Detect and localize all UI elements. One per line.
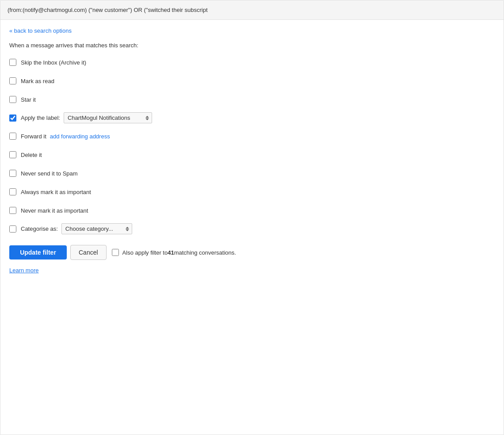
- never-spam-text: Never send it to Spam: [21, 170, 78, 177]
- categorise-label[interactable]: Categorise as:: [9, 225, 58, 233]
- never-important-label[interactable]: Never mark it as important: [9, 207, 88, 214]
- always-important-text: Always mark it as important: [21, 189, 91, 195]
- skip-inbox-text: Skip the Inbox (Archive it): [21, 59, 86, 66]
- apply-label-checkbox[interactable]: [9, 114, 16, 122]
- always-important-checkbox[interactable]: [9, 188, 16, 195]
- categorise-checkbox[interactable]: [9, 225, 16, 233]
- apply-label-label[interactable]: Apply the label:: [9, 114, 60, 122]
- learn-more-link[interactable]: Learn more: [9, 267, 38, 274]
- also-apply-count: 41: [168, 249, 174, 256]
- star-it-row: Star it: [9, 94, 495, 105]
- category-select-dropdown[interactable]: Choose category... Primary Social Promot…: [61, 223, 132, 234]
- search-query-header: (from:(notify@chartmogul.com) ("new cust…: [0, 0, 504, 20]
- also-apply-label[interactable]: Also apply filter to 41 matching convers…: [112, 249, 236, 256]
- forward-it-text: Forward it: [21, 133, 46, 140]
- add-forwarding-address-link[interactable]: add forwarding address: [50, 133, 110, 140]
- instruction-text: When a message arrives that matches this…: [9, 42, 495, 49]
- mark-read-row: Mark as read: [9, 75, 495, 87]
- skip-inbox-row: Skip the Inbox (Archive it): [9, 57, 495, 68]
- action-row: Update filter Cancel Also apply filter t…: [9, 245, 495, 260]
- update-filter-button[interactable]: Update filter: [9, 245, 67, 259]
- filter-settings-panel: (from:(notify@chartmogul.com) ("new cust…: [0, 0, 504, 435]
- categorise-text: Categorise as:: [21, 225, 58, 232]
- skip-inbox-checkbox[interactable]: [9, 59, 16, 66]
- cancel-button[interactable]: Cancel: [70, 245, 107, 260]
- never-spam-checkbox[interactable]: [9, 170, 16, 177]
- always-important-row: Always mark it as important: [9, 186, 495, 198]
- also-apply-checkbox[interactable]: [112, 249, 119, 256]
- categorise-row: Categorise as: Choose category... Primar…: [9, 223, 495, 234]
- delete-it-row: Delete it: [9, 149, 495, 160]
- delete-it-label[interactable]: Delete it: [9, 151, 42, 158]
- star-it-text: Star it: [21, 96, 36, 103]
- mark-read-checkbox[interactable]: [9, 77, 16, 84]
- forward-it-row: Forward it add forwarding address: [9, 130, 495, 142]
- never-spam-row: Never send it to Spam: [9, 168, 495, 179]
- also-apply-text-after: matching conversations.: [174, 249, 236, 256]
- star-it-checkbox[interactable]: [9, 96, 16, 103]
- search-query-text: (from:(notify@chartmogul.com) ("new cust…: [8, 7, 208, 13]
- mark-read-label[interactable]: Mark as read: [9, 77, 54, 84]
- mark-read-text: Mark as read: [21, 78, 54, 84]
- delete-it-text: Delete it: [21, 152, 42, 158]
- forward-it-checkbox[interactable]: [9, 133, 16, 140]
- filter-content: « back to search options When a message …: [0, 20, 504, 284]
- never-important-checkbox[interactable]: [9, 207, 16, 214]
- apply-label-text: Apply the label:: [21, 114, 60, 121]
- never-important-text: Never mark it as important: [21, 207, 88, 214]
- back-to-search-link[interactable]: « back to search options: [9, 27, 72, 34]
- also-apply-text-before: Also apply filter to: [122, 249, 168, 256]
- never-spam-label[interactable]: Never send it to Spam: [9, 170, 78, 177]
- star-it-label[interactable]: Star it: [9, 96, 36, 103]
- forward-it-label[interactable]: Forward it: [9, 133, 46, 140]
- never-important-row: Never mark it as important: [9, 205, 495, 216]
- apply-label-row: Apply the label: ChartMogul Notification…: [9, 112, 495, 123]
- label-select-dropdown[interactable]: ChartMogul Notifications New label... Ma…: [64, 112, 152, 123]
- always-important-label[interactable]: Always mark it as important: [9, 188, 91, 195]
- skip-inbox-label[interactable]: Skip the Inbox (Archive it): [9, 59, 86, 66]
- delete-it-checkbox[interactable]: [9, 151, 16, 158]
